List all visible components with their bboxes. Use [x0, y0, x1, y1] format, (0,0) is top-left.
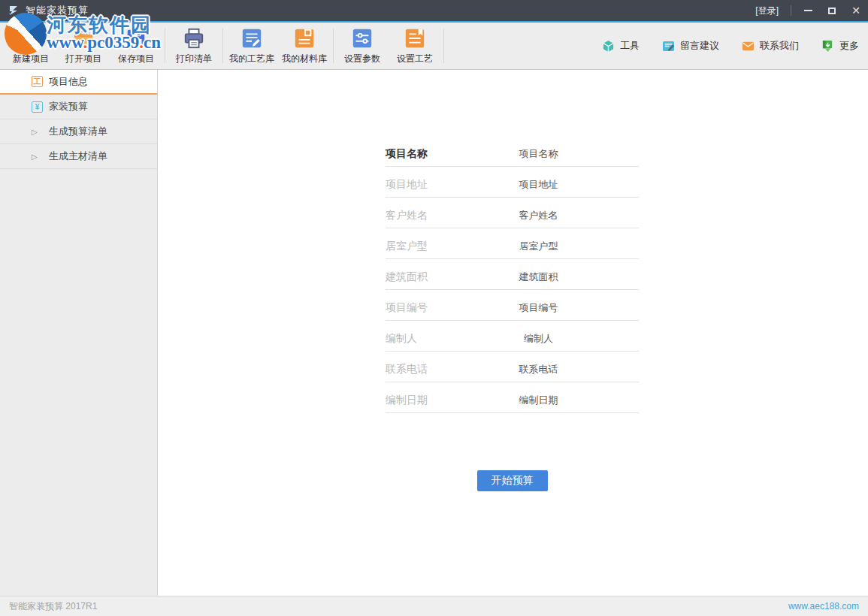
- tools-cube-icon: [602, 40, 615, 53]
- project-address-input[interactable]: 项目地址: [438, 178, 639, 192]
- form-row-building-area: 建筑面积 建筑面积: [386, 259, 639, 290]
- open-project-icon: [72, 27, 95, 50]
- main-content: 项目名称 项目名称 项目地址 项目地址 客户姓名 客户姓名 居室户型 居室户型 …: [158, 70, 868, 596]
- project-name-input[interactable]: 项目名称: [438, 147, 639, 161]
- set-params-button[interactable]: 设置参数: [336, 23, 389, 69]
- tools-label: 工具: [620, 39, 640, 53]
- print-list-button[interactable]: 打印清单: [168, 23, 220, 69]
- toolbar-separator: [333, 29, 334, 63]
- field-label: 建筑面积: [386, 270, 438, 284]
- compile-date-input[interactable]: 编制日期: [438, 394, 639, 407]
- form-row-compiler: 编制人 编制人: [386, 321, 639, 352]
- start-budget-button[interactable]: 开始预算: [477, 470, 548, 491]
- building-area-input[interactable]: 建筑面积: [438, 270, 639, 284]
- set-craft-label: 设置工艺: [397, 53, 433, 65]
- set-params-label: 设置参数: [344, 53, 380, 65]
- toolbar: 新建项目 打开项目 保存项目: [0, 23, 868, 70]
- sidebar-item-label: 生成预算清单: [49, 125, 107, 138]
- sidebar-item-project-info[interactable]: 工 项目信息: [0, 70, 157, 95]
- form-row-customer-name: 客户姓名 客户姓名: [386, 198, 639, 228]
- app-body: 工 项目信息 ¥ 家装预算 ▷ 生成预算清单 ▷ 生成主材清单 项目名称 项目名…: [0, 70, 868, 596]
- sidebar-item-label: 生成主材清单: [49, 149, 107, 163]
- contact-mail-icon: [742, 40, 755, 53]
- status-website-link[interactable]: www.aec188.com: [788, 601, 859, 611]
- field-label: 客户姓名: [386, 209, 438, 222]
- form-row-project-address: 项目地址 项目地址: [386, 167, 639, 198]
- field-label: 项目名称: [386, 147, 438, 161]
- title-bar: 智能家装预算 [登录] ✕: [0, 0, 868, 21]
- form-row-compile-date: 编制日期 编制日期: [386, 382, 639, 413]
- save-project-label: 保存项目: [118, 53, 154, 65]
- contact-button[interactable]: 联系我们: [742, 39, 799, 53]
- sidebar-item-generate-budget-list[interactable]: ▷ 生成预算清单: [0, 119, 157, 144]
- form-row-project-number: 项目编号 项目编号: [386, 290, 639, 321]
- login-button[interactable]: [登录]: [755, 5, 779, 17]
- triangle-icon: ▷: [32, 126, 43, 137]
- project-info-form: 项目名称 项目名称 项目地址 项目地址 客户姓名 客户姓名 居室户型 居室户型 …: [386, 136, 639, 491]
- close-button[interactable]: ✕: [844, 0, 868, 21]
- feedback-button[interactable]: 留言建议: [662, 39, 719, 53]
- save-project-button[interactable]: 保存项目: [110, 23, 162, 69]
- sidebar: 工 项目信息 ¥ 家装预算 ▷ 生成预算清单 ▷ 生成主材清单: [0, 70, 158, 596]
- feedback-label: 留言建议: [680, 39, 719, 53]
- maximize-icon: [828, 8, 836, 14]
- minimize-icon: [804, 10, 812, 11]
- minimize-button[interactable]: [796, 0, 820, 21]
- feedback-icon: [662, 40, 675, 53]
- form-row-project-name: 项目名称 项目名称: [386, 136, 639, 167]
- titlebar-separator: [791, 5, 791, 16]
- titlebar-controls: [登录] ✕: [755, 0, 868, 21]
- new-project-button[interactable]: 新建项目: [5, 23, 57, 69]
- contact-label: 联系我们: [760, 39, 799, 53]
- status-bar: 智能家装预算 2017R1 www.aec188.com: [0, 596, 868, 616]
- form-row-room-layout: 居室户型 居室户型: [386, 228, 639, 259]
- field-label: 居室户型: [386, 240, 438, 253]
- set-craft-button[interactable]: 设置工艺: [389, 23, 441, 69]
- form-row-contact-phone: 联系电话 联系电话: [386, 352, 639, 382]
- new-project-label: 新建项目: [13, 53, 49, 65]
- open-project-button[interactable]: 打开项目: [57, 23, 110, 69]
- sidebar-item-budget[interactable]: ¥ 家装预算: [0, 95, 157, 119]
- more-icon: [821, 40, 834, 53]
- window-title: 智能家装预算: [26, 4, 89, 17]
- field-label: 项目编号: [386, 301, 438, 315]
- room-layout-input[interactable]: 居室户型: [438, 240, 639, 253]
- save-project-icon: [125, 27, 147, 50]
- craft-library-button[interactable]: 我的工艺库: [225, 23, 278, 69]
- sidebar-item-label: 项目信息: [49, 75, 88, 89]
- print-list-label: 打印清单: [176, 53, 212, 65]
- field-label: 联系电话: [386, 363, 438, 376]
- app-window: 智能家装预算 [登录] ✕ 新建项目: [0, 0, 868, 616]
- set-params-icon: [351, 27, 374, 50]
- toolbar-separator: [222, 29, 223, 63]
- material-library-icon: [293, 27, 316, 50]
- close-icon: ✕: [851, 5, 860, 16]
- triangle-icon: ▷: [32, 151, 43, 162]
- tools-button[interactable]: 工具: [602, 39, 640, 53]
- toolbar-separator: [443, 29, 444, 63]
- status-app-version: 智能家装预算 2017R1: [9, 600, 97, 613]
- customer-name-input[interactable]: 客户姓名: [438, 209, 639, 222]
- field-label: 编制日期: [386, 394, 438, 407]
- compiler-input[interactable]: 编制人: [438, 332, 639, 346]
- craft-library-icon: [240, 27, 263, 50]
- field-label: 项目地址: [386, 178, 438, 192]
- toolbar-separator: [165, 29, 165, 63]
- craft-library-label: 我的工艺库: [229, 53, 274, 65]
- open-project-label: 打开项目: [65, 53, 101, 65]
- set-craft-icon: [404, 27, 426, 50]
- project-number-input[interactable]: 项目编号: [438, 301, 639, 315]
- material-library-button[interactable]: 我的材料库: [278, 23, 331, 69]
- more-button[interactable]: 更多: [821, 39, 859, 53]
- app-logo-icon: [8, 5, 20, 17]
- maximize-button[interactable]: [820, 0, 844, 21]
- more-label: 更多: [839, 39, 859, 53]
- project-info-icon: 工: [32, 76, 43, 87]
- toolbar-right: 工具 留言建议 联系我们: [602, 23, 859, 69]
- material-library-label: 我的材料库: [282, 53, 327, 65]
- budget-yuan-icon: ¥: [32, 101, 43, 113]
- print-list-icon: [183, 27, 205, 50]
- contact-phone-input[interactable]: 联系电话: [438, 363, 639, 376]
- field-label: 编制人: [386, 332, 438, 346]
- sidebar-item-generate-material-list[interactable]: ▷ 生成主材清单: [0, 144, 157, 169]
